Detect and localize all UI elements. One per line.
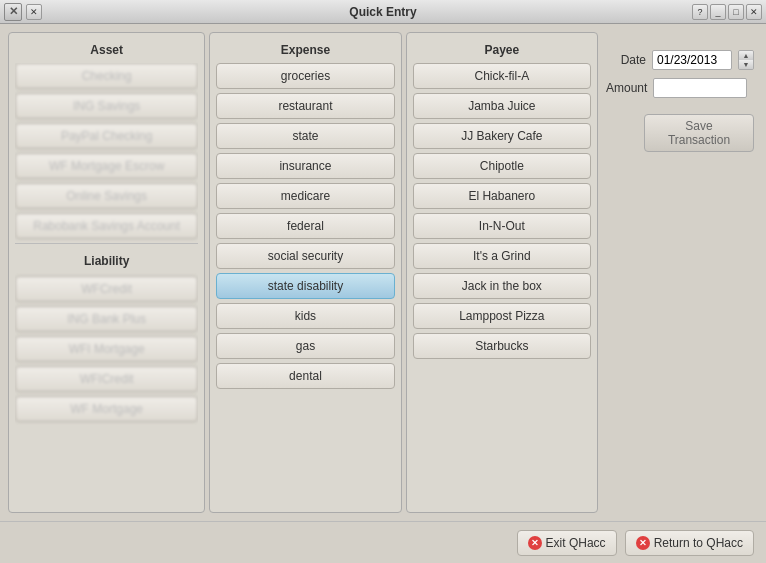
amount-input[interactable] [653,78,747,98]
liability-item-1[interactable]: WFCredit [15,276,198,302]
return-label: Return to QHacc [654,536,743,550]
asset-item-6[interactable]: Rabobank Savings Account [15,213,198,239]
liability-item-5[interactable]: WF Mortgage [15,396,198,422]
asset-scroll[interactable]: Checking ING Savings PayPal Checking WF … [15,63,198,426]
help-button[interactable]: ? [692,4,708,20]
asset-column: Asset Checking ING Savings PayPal Checki… [8,32,205,513]
close-title-button[interactable]: ✕ [746,4,762,20]
title-bar: ✕ ✕ Quick Entry ? _ □ ✕ [0,0,766,24]
payee-jj-bakery[interactable]: JJ Bakery Cafe [413,123,591,149]
payee-jamba-juice[interactable]: Jamba Juice [413,93,591,119]
expense-restaurant[interactable]: restaurant [216,93,394,119]
exit-icon: ✕ [528,536,542,550]
liability-item-3[interactable]: WFI Mortgage [15,336,198,362]
expense-column: Expense groceries restaurant state insur… [209,32,401,513]
window-title: Quick Entry [349,5,416,19]
expense-federal[interactable]: federal [216,213,394,239]
expense-kids[interactable]: kids [216,303,394,329]
main-content: Asset Checking ING Savings PayPal Checki… [0,24,766,521]
date-label: Date [606,53,646,67]
date-input[interactable] [652,50,732,70]
payee-el-habanero[interactable]: El Habanero [413,183,591,209]
liability-header: Liability [15,250,198,272]
amount-label: Amount [606,81,647,95]
minimize-button[interactable]: _ [710,4,726,20]
payee-lamppost-pizza[interactable]: Lamppost Pizza [413,303,591,329]
payee-starbucks[interactable]: Starbucks [413,333,591,359]
bottom-bar: ✕ Exit QHacc ✕ Return to QHacc [0,521,766,563]
payee-jack-in-the-box[interactable]: Jack in the box [413,273,591,299]
date-row: Date ▲ ▼ [606,50,754,70]
app-icon: ✕ [4,3,22,21]
title-bar-left: ✕ ✕ [4,3,42,21]
asset-item-3[interactable]: PayPal Checking [15,123,198,149]
asset-header: Asset [15,39,198,63]
expense-scroll[interactable]: groceries restaurant state insurance med… [216,63,394,393]
expense-state-disability[interactable]: state disability [216,273,394,299]
close-button[interactable]: ✕ [26,4,42,20]
maximize-button[interactable]: □ [728,4,744,20]
payee-column: Payee Chick-fil-A Jamba Juice JJ Bakery … [406,32,598,513]
expense-medicare[interactable]: medicare [216,183,394,209]
expense-header: Expense [216,39,394,63]
expense-insurance[interactable]: insurance [216,153,394,179]
date-up[interactable]: ▲ [739,51,753,60]
payee-its-a-grind[interactable]: It's a Grind [413,243,591,269]
payee-scroll[interactable]: Chick-fil-A Jamba Juice JJ Bakery Cafe C… [413,63,591,363]
expense-social-security[interactable]: social security [216,243,394,269]
expense-groceries[interactable]: groceries [216,63,394,89]
liability-item-2[interactable]: ING Bank Plus [15,306,198,332]
payee-chipotle[interactable]: Chipotle [413,153,591,179]
liability-divider [15,243,198,244]
return-icon: ✕ [636,536,650,550]
return-button[interactable]: ✕ Return to QHacc [625,530,754,556]
expense-dental[interactable]: dental [216,363,394,389]
asset-item-4[interactable]: WF Mortgage Escrow [15,153,198,179]
save-transaction-button[interactable]: Save Transaction [644,114,754,152]
exit-label: Exit QHacc [546,536,606,550]
date-down[interactable]: ▼ [739,60,753,69]
payee-chick-fil-a[interactable]: Chick-fil-A [413,63,591,89]
amount-row: Amount [606,78,754,98]
title-bar-controls: ? _ □ ✕ [692,4,762,20]
exit-button[interactable]: ✕ Exit QHacc [517,530,617,556]
liability-item-4[interactable]: WFICredit [15,366,198,392]
expense-gas[interactable]: gas [216,333,394,359]
payee-header: Payee [413,39,591,63]
asset-item-5[interactable]: Online Savings [15,183,198,209]
payee-in-n-out[interactable]: In-N-Out [413,213,591,239]
asset-item-1[interactable]: Checking [15,63,198,89]
date-spinner[interactable]: ▲ ▼ [738,50,754,70]
asset-item-2[interactable]: ING Savings [15,93,198,119]
right-panel: Date ▲ ▼ Amount Save Transaction [602,32,758,513]
expense-state[interactable]: state [216,123,394,149]
